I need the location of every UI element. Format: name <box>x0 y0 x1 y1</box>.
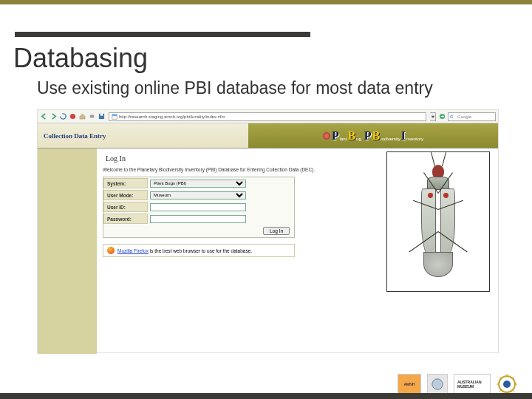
search-engine-label: Google <box>457 115 471 119</box>
home-icon[interactable] <box>78 113 86 120</box>
banner-title: Collection Data Entry <box>38 123 248 148</box>
firefox-icon <box>107 247 115 254</box>
svg-rect-1 <box>89 115 93 118</box>
url-bar[interactable]: http://research.staging.amnh.org/pbi/loc… <box>109 112 426 121</box>
mode-label: User Mode: <box>103 190 148 200</box>
slide-subtitle: Use existing online PBI database for mos… <box>37 78 433 98</box>
firefox-link[interactable]: Mozilla Firefox <box>117 248 149 253</box>
main-content: Log In Welcome to the Planetary Biodiver… <box>97 149 383 354</box>
left-sidebar <box>38 149 97 354</box>
password-label: Password: <box>103 214 148 224</box>
right-column <box>383 149 498 354</box>
svg-text:G: G <box>450 115 453 119</box>
search-box[interactable]: G Google <box>448 112 496 121</box>
svg-point-19 <box>503 381 511 388</box>
insect-image <box>386 151 490 292</box>
footer-logos: AMNH AUSTRALIAN MUSEUM <box>398 374 517 395</box>
mode-select[interactable]: Museum <box>150 191 246 200</box>
system-select[interactable]: Plant Bugs (PBI) <box>150 180 246 188</box>
firefox-text: is the best web browser to use for the d… <box>149 248 252 253</box>
url-text: http://research.staging.amnh.org/pbi/loc… <box>119 115 225 119</box>
system-label: System: <box>103 178 148 188</box>
bottom-bar <box>0 393 532 399</box>
svg-point-0 <box>69 114 75 119</box>
reload-icon[interactable] <box>59 113 66 120</box>
forward-icon[interactable] <box>50 113 57 120</box>
userid-label: User ID: <box>103 202 148 212</box>
stop-icon[interactable] <box>69 113 76 120</box>
back-icon[interactable] <box>40 113 47 120</box>
svg-rect-4 <box>100 114 103 116</box>
login-form: System: Plant Bugs (PBI) User Mode: Muse… <box>103 177 295 238</box>
sponsor-logo-2 <box>427 374 448 395</box>
site-logo: Plant Bug P Biodiversity Inventory <box>248 123 498 148</box>
welcome-text: Welcome to the Planetary Biodiversity In… <box>103 167 378 172</box>
svg-point-9 <box>432 379 443 389</box>
svg-rect-6 <box>112 114 117 115</box>
page-banner: Collection Data Entry Plant Bug P Biodiv… <box>38 123 498 149</box>
browser-toolbar: http://research.staging.amnh.org/pbi/loc… <box>38 110 498 123</box>
login-button[interactable]: Log In <box>263 227 290 235</box>
accent-bar <box>15 32 310 37</box>
firefox-note: Mozilla Firefox is the best web browser … <box>103 244 295 257</box>
browser-screenshot: http://research.staging.amnh.org/pbi/loc… <box>37 109 499 353</box>
sponsor-logo-1: AMNH <box>398 374 421 395</box>
slide-title: Databasing <box>13 43 148 74</box>
sponsor-logo-3: AUSTRALIAN MUSEUM <box>454 374 491 395</box>
login-heading: Log In <box>106 154 378 163</box>
password-input[interactable] <box>150 215 246 223</box>
svg-rect-2 <box>90 114 93 115</box>
url-dropdown[interactable] <box>430 112 436 121</box>
go-icon[interactable] <box>438 113 446 120</box>
save-icon[interactable] <box>98 113 105 120</box>
userid-input[interactable] <box>150 203 246 211</box>
print-icon[interactable] <box>88 113 95 120</box>
sponsor-logo-4 <box>497 374 517 395</box>
